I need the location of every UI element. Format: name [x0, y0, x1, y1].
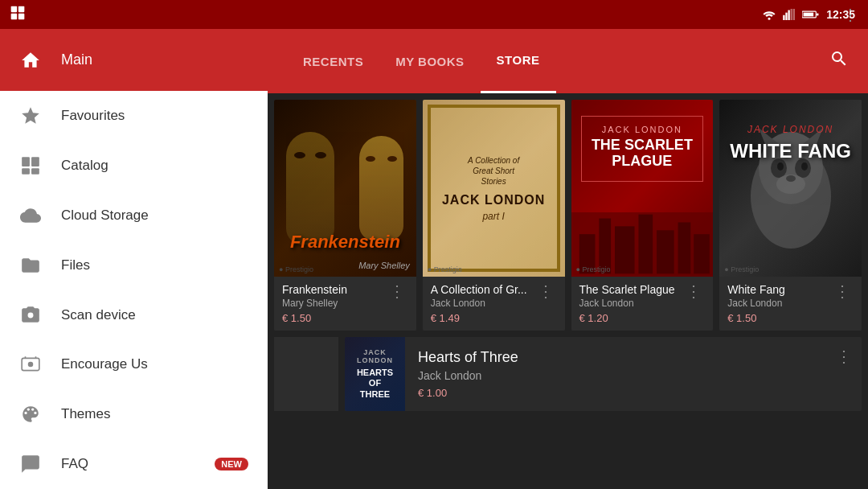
- book-cover-scarlet: JACK LONDON THE SCARLETPLAGUE ● Prestigi…: [571, 100, 714, 277]
- book-price-frankenstein: € 1.50: [282, 312, 386, 324]
- sidebar-item-cloud-storage[interactable]: Cloud Storage: [0, 191, 268, 240]
- sidebar-item-favourites[interactable]: Favourites: [0, 91, 268, 141]
- sidebar-item-encourage-us[interactable]: Encourage Us: [0, 340, 268, 390]
- svg-rect-11: [804, 13, 814, 17]
- book-more-collection[interactable]: ⋮: [534, 283, 557, 299]
- book-author-frankenstein: Mary Shelley: [282, 298, 386, 309]
- sidebar: Main Favourites Catalog: [0, 29, 268, 489]
- svg-rect-6: [786, 13, 788, 20]
- book-title-scarlet: The Scarlet Plague: [579, 283, 683, 296]
- sidebar-encourage-label: Encourage Us: [61, 356, 148, 372]
- svg-point-33: [801, 162, 808, 171]
- folder-icon: [19, 254, 42, 277]
- sidebar-scan-label: Scan device: [61, 307, 136, 323]
- book-info-frankenstein: Frankenstein Mary Shelley € 1.50 ⋮: [274, 277, 416, 331]
- tab-recents[interactable]: RECENTS: [287, 29, 379, 93]
- tab-store[interactable]: STORE: [481, 29, 556, 93]
- svg-rect-16: [31, 168, 39, 175]
- book-title-hearts: Hearts of Three: [418, 349, 849, 366]
- svg-rect-1: [18, 6, 25, 13]
- sidebar-item-main[interactable]: Main: [0, 29, 268, 91]
- books-row-2: ⋮ JACK LONDON HEARTSOFTHREE Hearts of Th…: [274, 337, 862, 411]
- chat-icon: [19, 453, 42, 475]
- book-author-hearts: Jack London: [418, 369, 849, 382]
- book-price-white-fang: € 1.50: [727, 312, 831, 324]
- faq-new-badge: NEW: [215, 458, 248, 471]
- sidebar-faq-label: FAQ: [61, 456, 88, 472]
- book-price-hearts: € 1.00: [418, 387, 849, 399]
- svg-rect-5: [783, 15, 784, 20]
- sidebar-catalog-label: Catalog: [61, 158, 108, 174]
- palette-icon: [19, 403, 42, 425]
- book-card-collection[interactable]: A Collection ofGreat ShortStories JACK L…: [423, 100, 565, 331]
- book-more-hearts[interactable]: ⋮: [836, 347, 852, 366]
- status-bar: 12:35: [0, 0, 868, 29]
- svg-point-4: [768, 18, 771, 20]
- svg-rect-7: [788, 10, 790, 20]
- book-info-scarlet: The Scarlet Plague Jack London € 1.20 ⋮: [571, 277, 714, 331]
- sidebar-item-themes[interactable]: Themes: [0, 389, 268, 439]
- sidebar-item-catalog[interactable]: Catalog: [0, 141, 268, 191]
- tab-my-books[interactable]: MY BOOKS: [379, 29, 480, 93]
- sidebar-main-label: Main: [61, 51, 92, 68]
- book-title-frankenstein: Frankenstein: [282, 283, 386, 296]
- cloud-icon: [19, 204, 42, 227]
- home-icon: [19, 49, 42, 72]
- book-card-frankenstein[interactable]: Frankenstein Mary Shelley ● Prestigio Fr…: [274, 100, 416, 331]
- toolbar: RECENTS MY BOOKS STORE: [268, 29, 868, 93]
- book-cover-frankenstein: Frankenstein Mary Shelley ● Prestigio: [274, 100, 416, 277]
- book-author-collection: Jack London: [431, 298, 534, 309]
- book-card-scarlet-plague[interactable]: JACK LONDON THE SCARLETPLAGUE ● Prestigi…: [571, 100, 714, 331]
- svg-rect-8: [791, 9, 792, 20]
- svg-point-35: [786, 175, 796, 182]
- sidebar-files-label: Files: [61, 257, 90, 273]
- books-area: Frankenstein Mary Shelley ● Prestigio Fr…: [268, 93, 868, 489]
- svg-point-18: [28, 362, 34, 368]
- svg-rect-0: [11, 6, 18, 13]
- book-author-scarlet: Jack London: [579, 298, 683, 309]
- svg-rect-3: [18, 14, 25, 20]
- app-logo: [10, 5, 26, 24]
- svg-rect-2: [11, 14, 18, 20]
- svg-rect-15: [22, 168, 30, 175]
- book-title-white-fang: White Fang: [727, 283, 831, 296]
- book-cover-white-fang: JACK LONDON WHITE FANG ● Prestigio: [719, 100, 862, 277]
- catalog-icon: [19, 154, 42, 177]
- money-icon: [19, 353, 42, 376]
- svg-rect-9: [793, 9, 795, 20]
- book-more-scarlet[interactable]: ⋮: [682, 283, 705, 299]
- content-area: RECENTS MY BOOKS STORE: [268, 29, 868, 489]
- camera-icon: [19, 304, 42, 327]
- book-info-hearts-of-three: Hearts of Three Jack London € 1.00: [405, 339, 862, 409]
- sidebar-favourites-label: Favourites: [61, 108, 125, 124]
- tabs-container: RECENTS MY BOOKS STORE: [287, 29, 556, 93]
- book-info-white-fang: White Fang Jack London € 1.50 ⋮: [719, 277, 862, 331]
- book-price-collection: € 1.49: [431, 312, 534, 324]
- book-card-white-fang[interactable]: JACK LONDON WHITE FANG ● Prestigio White…: [719, 100, 862, 331]
- sidebar-cloud-label: Cloud Storage: [61, 208, 149, 224]
- book-more-white-fang[interactable]: ⋮: [831, 283, 854, 299]
- svg-rect-12: [817, 13, 818, 15]
- star-icon: [19, 105, 42, 127]
- book-cover-hearts-of-three: JACK LONDON HEARTSOFTHREE: [345, 337, 405, 411]
- book-title-collection: A Collection of Gr...: [431, 283, 534, 296]
- svg-point-32: [777, 162, 784, 171]
- book-price-scarlet: € 1.20: [579, 312, 683, 324]
- books-row-1: Frankenstein Mary Shelley ● Prestigio Fr…: [274, 100, 862, 331]
- svg-rect-14: [31, 157, 39, 166]
- book-author-white-fang: Jack London: [727, 298, 831, 309]
- sidebar-item-scan-device[interactable]: Scan device: [0, 290, 268, 340]
- sidebar-themes-label: Themes: [61, 406, 110, 422]
- app-container: Main Favourites Catalog: [0, 29, 868, 489]
- book-more-frankenstein[interactable]: ⋮: [386, 283, 408, 299]
- book-card-hearts-of-three[interactable]: JACK LONDON HEARTSOFTHREE Hearts of Thre…: [345, 337, 862, 411]
- sidebar-item-files[interactable]: Files: [0, 240, 268, 290]
- svg-rect-13: [22, 157, 30, 166]
- sidebar-item-faq[interactable]: FAQ NEW: [0, 439, 268, 489]
- book-cover-collection: A Collection ofGreat ShortStories JACK L…: [423, 100, 565, 277]
- book-card-partial[interactable]: ⋮: [274, 337, 338, 411]
- book-info-collection: A Collection of Gr... Jack London € 1.49…: [423, 277, 565, 331]
- search-button[interactable]: [829, 49, 849, 73]
